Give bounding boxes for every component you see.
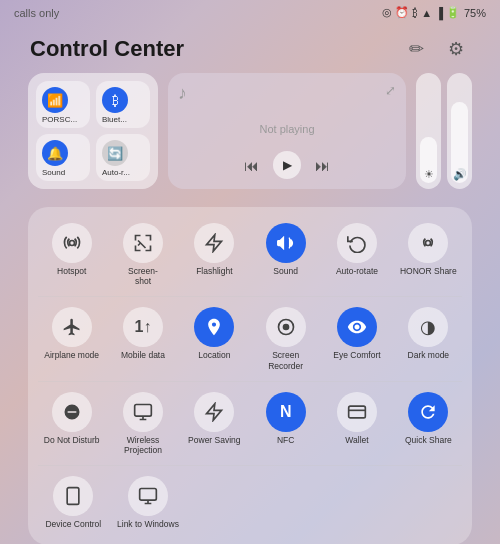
conn-row-2: 🔔 Sound 🔄 Auto-r...	[36, 134, 150, 181]
alarm-icon: ⏰	[395, 6, 409, 19]
location-toggle[interactable]: Location	[181, 301, 248, 376]
bluetooth-label: Bluet...	[102, 115, 127, 124]
connectivity-block: 📶 PORSC... ₿ Bluet... 🔔 Sound 🔄 Auto-r..…	[28, 73, 158, 189]
wifi-status-icon: ▲	[421, 7, 432, 19]
screenrecorder-icon	[266, 307, 306, 347]
powersaving-icon	[194, 392, 234, 432]
toggles-row-3: Do Not Disturb Wireless Projection Power…	[38, 386, 462, 461]
honorshare-toggle[interactable]: HONOR Share	[395, 217, 462, 292]
nfc-label: NFC	[277, 435, 294, 445]
conn-row-1: 📶 PORSC... ₿ Bluet...	[36, 81, 150, 128]
status-icons: ◎ ⏰ ₿ ▲ ▐ 🔋	[382, 6, 460, 19]
divider-2	[38, 381, 462, 382]
linktorwindows-icon	[128, 476, 168, 516]
wifi-icon: 📶	[42, 87, 68, 113]
prev-button[interactable]: ⏮	[244, 157, 259, 174]
settings-button[interactable]: ⚙	[442, 35, 470, 63]
hotspot-toggle[interactable]: Hotspot	[38, 217, 105, 292]
svg-point-0	[69, 241, 74, 246]
airplane-label: Airplane mode	[44, 350, 99, 360]
eyecomfort-toggle[interactable]: Eye Comfort	[323, 301, 390, 376]
devicecontrol-toggle[interactable]: Device Control	[38, 470, 109, 535]
hotspot-label: Hotspot	[57, 266, 86, 276]
devicecontrol-label: Device Control	[45, 519, 101, 529]
flashlight-label: Flashlight	[196, 266, 232, 276]
devicecontrol-icon	[53, 476, 93, 516]
main-toggles-panel: Hotspot Screen-shot Flashlight	[28, 207, 472, 544]
linktorwindows-toggle[interactable]: Link to Windows	[113, 470, 184, 535]
sound-icon: 🔔	[42, 140, 68, 166]
toggles-row-1: Hotspot Screen-shot Flashlight	[38, 217, 462, 292]
darkmode-icon: ◑	[408, 307, 448, 347]
status-calls: calls only	[14, 7, 59, 19]
cc-header: Control Center ✏ ⚙	[14, 23, 486, 73]
music-note-icon: ♪	[178, 83, 187, 104]
sliders-block: ☀ 🔊	[416, 73, 472, 189]
bluetooth-toggle[interactable]: ₿ Bluet...	[96, 81, 150, 128]
darkmode-toggle[interactable]: ◑ Dark mode	[395, 301, 462, 376]
wallet-label: Wallet	[345, 435, 368, 445]
autorotate-grid-icon	[337, 223, 377, 263]
wallet-icon	[337, 392, 377, 432]
wifi-toggle[interactable]: 📶 PORSC...	[36, 81, 90, 128]
media-controls: ⏮ ▶ ⏭	[178, 151, 396, 179]
svg-rect-10	[67, 488, 79, 505]
location-label: Location	[198, 350, 230, 360]
mobiledata-icon: 1↑	[123, 307, 163, 347]
screenshot-icon	[123, 223, 163, 263]
toggles-row-2: Airplane mode 1↑ Mobile data Location	[38, 301, 462, 376]
media-player: ♪ ⤢ Not playing ⏮ ▶ ⏭	[168, 73, 406, 189]
quickshare-toggle[interactable]: Quick Share	[395, 386, 462, 461]
cc-header-actions: ✏ ⚙	[402, 35, 470, 63]
signal-icon: ▐	[435, 7, 443, 19]
flashlight-icon	[194, 223, 234, 263]
svg-rect-7	[135, 404, 152, 416]
screenrecorder-toggle[interactable]: Screen Recorder	[252, 301, 319, 376]
autorotate-icon: 🔄	[102, 140, 128, 166]
quickshare-icon	[408, 392, 448, 432]
screenshot-toggle[interactable]: Screen-shot	[109, 217, 176, 292]
eyecomfort-icon	[337, 307, 377, 347]
wallet-toggle[interactable]: Wallet	[323, 386, 390, 461]
svg-point-6	[283, 325, 288, 330]
play-icon: ▶	[283, 158, 292, 172]
toggles-row-4: Device Control Link to Windows	[38, 470, 462, 535]
linktorwindows-label: Link to Windows	[117, 519, 179, 529]
media-header: ♪ ⤢	[178, 83, 396, 104]
quickshare-label: Quick Share	[405, 435, 452, 445]
sound-toggle[interactable]: 🔔 Sound	[36, 134, 90, 181]
edit-button[interactable]: ✏	[402, 35, 430, 63]
flashlight-toggle[interactable]: Flashlight	[181, 217, 248, 292]
wirelessprojection-icon	[123, 392, 163, 432]
powersaving-toggle[interactable]: Power Saving	[181, 386, 248, 461]
sound-grid-icon	[266, 223, 306, 263]
wirelessprojection-toggle[interactable]: Wireless Projection	[109, 386, 176, 461]
donotdisturb-toggle[interactable]: Do Not Disturb	[38, 386, 105, 461]
status-bar: calls only ◎ ⏰ ₿ ▲ ▐ 🔋 75%	[0, 0, 500, 23]
volume-slider[interactable]: 🔊	[447, 73, 472, 189]
play-button[interactable]: ▶	[273, 151, 301, 179]
autorotate-grid-toggle[interactable]: Auto-rotate	[323, 217, 390, 292]
honorshare-icon	[408, 223, 448, 263]
autorotate-toggle[interactable]: 🔄 Auto-r...	[96, 134, 150, 181]
location-icon	[194, 307, 234, 347]
svg-point-4	[426, 241, 431, 246]
battery-percent: 75%	[464, 7, 486, 19]
volume-icon: 🔊	[453, 168, 467, 181]
sound-toggle-grid[interactable]: Sound	[252, 217, 319, 292]
nfc-toggle[interactable]: N NFC	[252, 386, 319, 461]
cc-title: Control Center	[30, 36, 184, 62]
brightness-slider[interactable]: ☀	[416, 73, 441, 189]
nfc-icon: N	[266, 392, 306, 432]
powersaving-label: Power Saving	[188, 435, 240, 445]
wirelessprojection-label: Wireless Projection	[111, 435, 174, 455]
airplane-toggle[interactable]: Airplane mode	[38, 301, 105, 376]
eyecomfort-label: Eye Comfort	[333, 350, 380, 360]
next-button[interactable]: ⏭	[315, 157, 330, 174]
svg-rect-9	[349, 406, 366, 418]
expand-icon[interactable]: ⤢	[385, 83, 396, 104]
mobiledata-label: Mobile data	[121, 350, 165, 360]
bluetooth-icon: ₿	[412, 7, 418, 19]
mobiledata-toggle[interactable]: 1↑ Mobile data	[109, 301, 176, 376]
screenrecorder-label: Screen Recorder	[254, 350, 317, 370]
